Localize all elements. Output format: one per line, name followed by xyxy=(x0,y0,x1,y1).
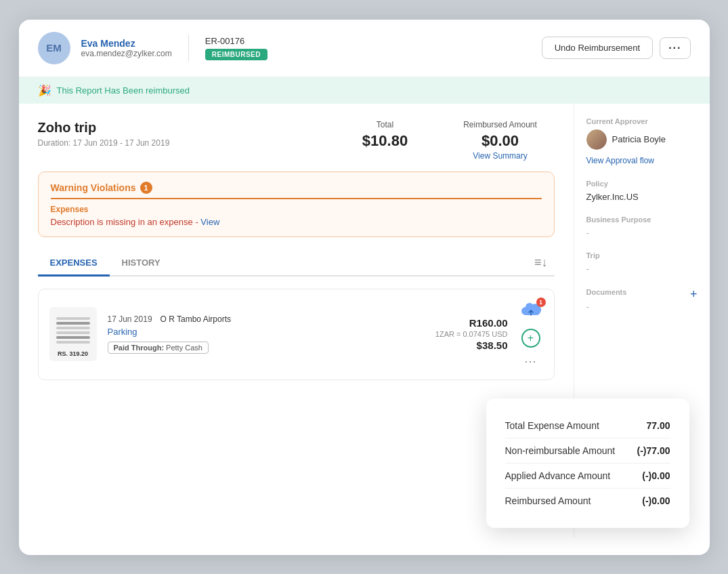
avatar: EM xyxy=(38,32,70,64)
receipt-line-3 xyxy=(56,327,90,329)
total-value: $10.80 xyxy=(338,132,433,150)
expense-category: Parking xyxy=(108,327,425,337)
user-name: Eva Mendez xyxy=(81,38,172,49)
receipt-thumbnail: RS. 319.20 xyxy=(49,307,97,361)
expense-more-button[interactable]: ··· xyxy=(524,354,536,369)
main-card: EM Eva Mendez eva.mendez@zylker.com ER-0… xyxy=(19,20,710,555)
trip-section: Trip - xyxy=(586,251,698,274)
summary-value-2: (-)0.00 xyxy=(642,470,670,481)
receipt-line-6 xyxy=(56,341,90,344)
summary-value-1: (-)77.00 xyxy=(637,445,670,456)
business-purpose-value: - xyxy=(586,228,698,238)
paid-through-label: Paid Through: xyxy=(114,344,165,352)
expense-info: 17 Jun 2019 O R Tambo Airports Parking P… xyxy=(108,314,425,354)
banner-icon: 🎉 xyxy=(38,84,51,97)
expense-zar: R160.00 xyxy=(469,317,508,329)
reimbursed-value: $0.00 xyxy=(453,132,548,150)
reimbursed-label: Reimbursed Amount xyxy=(453,120,548,129)
expense-usd: $38.50 xyxy=(477,340,508,351)
documents-row: Documents + xyxy=(586,287,698,302)
documents-label: Documents xyxy=(586,288,627,296)
warning-box: Warning Violations 1 Expenses Descriptio… xyxy=(38,171,555,237)
summary-label-0: Total Expense Amount xyxy=(505,420,599,431)
trip-value: - xyxy=(586,264,698,274)
banner-text: This Report Has Been reimbursed xyxy=(57,85,190,96)
expense-date: 17 Jun 2019 xyxy=(108,314,152,324)
warning-category: Expenses xyxy=(51,205,542,214)
total-amount-block: Total $10.80 xyxy=(338,120,433,150)
documents-value: - xyxy=(586,302,698,312)
approver-label: Current Approver xyxy=(586,117,698,125)
reimbursed-banner: 🎉 This Report Has Been reimbursed xyxy=(19,77,710,104)
business-purpose-section: Business Purpose - xyxy=(586,216,698,238)
summary-label-1: Non-reimbursable Amount xyxy=(505,445,616,456)
receipt-line-5 xyxy=(56,336,90,339)
receipt-line-2 xyxy=(56,322,90,325)
report-duration: Duration: 17 Jun 2019 - 17 Jun 2019 xyxy=(38,138,170,148)
add-expense-button[interactable]: + xyxy=(521,329,540,348)
report-id-section: ER-00176 REIMBURSED xyxy=(205,36,267,60)
cloud-upload-button[interactable]: 1 xyxy=(519,300,543,322)
summary-row-2: Applied Advance Amount (-)0.00 xyxy=(505,464,670,489)
summary-row-3: Reimbursed Amount (-)0.00 xyxy=(505,489,670,513)
paid-through-value: Petty Cash xyxy=(166,344,202,352)
expense-date-place: 17 Jun 2019 O R Tambo Airports xyxy=(108,314,425,324)
warning-title: Warning Violations 1 xyxy=(51,182,542,199)
tab-history[interactable]: HISTORY xyxy=(110,251,173,276)
reimbursed-badge: REIMBURSED xyxy=(205,49,267,60)
receipt-line-1 xyxy=(56,317,90,320)
tabs-bar: EXPENSES HISTORY ≡↓ xyxy=(38,251,555,276)
more-options-button[interactable]: ··· xyxy=(660,37,690,59)
summary-label-2: Applied Advance Amount xyxy=(505,470,611,481)
tab-expenses[interactable]: EXPENSES xyxy=(38,251,110,276)
approver-row: Patricia Boyle xyxy=(586,129,698,150)
summary-value-0: 77.00 xyxy=(646,420,670,431)
approver-avatar xyxy=(586,129,607,150)
undo-reimbursement-button[interactable]: Undo Reimbursement xyxy=(542,37,653,59)
warning-view-link[interactable]: View xyxy=(200,217,219,227)
report-title: Zoho trip xyxy=(38,120,170,136)
expense-actions: 1 + ··· xyxy=(519,300,543,369)
policy-label: Policy xyxy=(586,180,698,188)
expense-rate: 1ZAR = 0.07475 USD xyxy=(435,330,508,338)
summary-row-1: Non-reimbursable Amount (-)77.00 xyxy=(505,438,670,464)
policy-section: Policy Zylker.Inc.US xyxy=(586,180,698,202)
vertical-divider xyxy=(188,35,189,62)
cloud-badge: 1 xyxy=(536,298,546,307)
user-email: eva.mendez@zylker.com xyxy=(81,49,172,58)
view-summary-link[interactable]: View Summary xyxy=(453,151,548,161)
total-label: Total xyxy=(338,120,433,129)
warning-message: Description is missing in an expense - V… xyxy=(51,217,542,227)
receipt-total: RS. 319.20 xyxy=(55,349,91,358)
expense-card: RS. 319.20 17 Jun 2019 O R Tambo Airport… xyxy=(38,289,555,380)
view-approval-flow-link[interactable]: View Approval flow xyxy=(586,156,655,165)
amounts-row: Total $10.80 Reimbursed Amount $0.00 Vie… xyxy=(338,120,555,161)
business-purpose-label: Business Purpose xyxy=(586,216,698,224)
expense-paid-badge: Paid Through: Petty Cash xyxy=(108,342,209,354)
summary-popup: Total Expense Amount 77.00 Non-reimbursa… xyxy=(486,398,689,528)
approver-name: Patricia Boyle xyxy=(612,134,666,144)
approver-section: Current Approver Patricia Boyle View App… xyxy=(586,117,698,166)
header-actions: Undo Reimbursement ··· xyxy=(542,37,691,59)
summary-value-3: (-)0.00 xyxy=(642,495,670,506)
warning-count-badge: 1 xyxy=(140,182,152,194)
trip-label: Trip xyxy=(586,251,698,260)
reimbursed-amount-block: Reimbursed Amount $0.00 View Summary xyxy=(453,120,548,161)
policy-value: Zylker.Inc.US xyxy=(586,192,698,202)
expense-place: O R Tambo Airports xyxy=(160,314,231,324)
receipt-line-4 xyxy=(56,331,90,334)
documents-section: Documents + - xyxy=(586,287,698,312)
summary-row-0: Total Expense Amount 77.00 xyxy=(505,413,670,438)
filter-icon[interactable]: ≡↓ xyxy=(528,251,555,274)
expense-amounts: R160.00 1ZAR = 0.07475 USD $38.50 xyxy=(435,317,508,351)
add-document-button[interactable]: + xyxy=(690,287,698,302)
summary-label-3: Reimbursed Amount xyxy=(505,495,591,506)
header: EM Eva Mendez eva.mendez@zylker.com ER-0… xyxy=(19,20,710,77)
report-id: ER-00176 xyxy=(205,36,267,46)
user-info: Eva Mendez eva.mendez@zylker.com xyxy=(81,38,172,58)
